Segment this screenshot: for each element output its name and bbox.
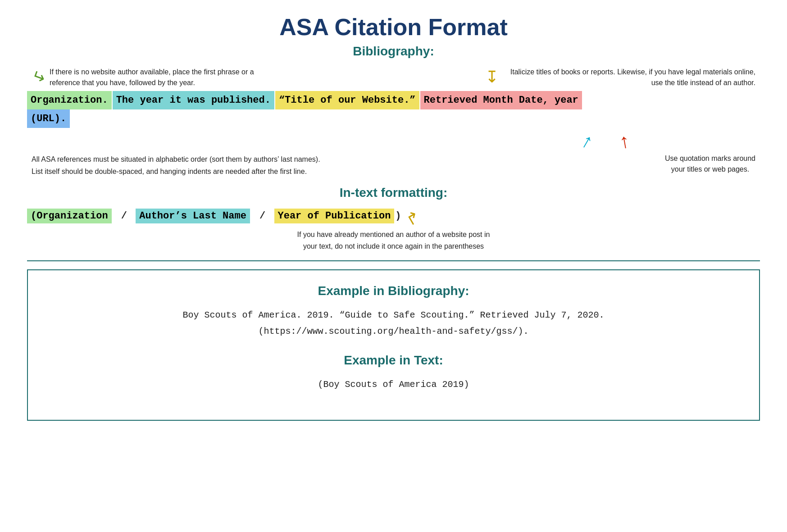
page-title: ASA Citation Format bbox=[27, 14, 760, 41]
arrow-cyan-icon: ↑ bbox=[578, 129, 597, 153]
intext-author: Author’s Last Name bbox=[136, 209, 250, 223]
cite-year: The year it was published. bbox=[113, 91, 274, 109]
slash-2: / bbox=[254, 210, 272, 222]
below-left-line2: List itself should be double-spaced, and… bbox=[32, 165, 320, 177]
below-right-text: Use quotation marks aroundyour titles or… bbox=[665, 153, 755, 177]
slash-1: / bbox=[115, 210, 133, 222]
annotation-right-text: Italicize titles of books or reports. Li… bbox=[503, 67, 755, 88]
bibliography-section: Bibliography: ↵ If there is no website a… bbox=[27, 44, 760, 177]
arrow-red-icon: ↑ bbox=[618, 129, 631, 153]
citation-line-2: (URL). bbox=[27, 109, 760, 128]
below-left-line1: All ASA references must be situated in a… bbox=[32, 153, 320, 165]
cite-title: “Title of our Website.” bbox=[275, 91, 419, 109]
annotation-left-text: If there is no website author available,… bbox=[50, 67, 266, 88]
intext-section: In-text formatting: (Organization / Auth… bbox=[27, 186, 760, 252]
section-divider bbox=[27, 260, 760, 261]
annotation-right: ↧ Italicize titles of books or reports. … bbox=[485, 67, 755, 89]
intext-org: (Organization bbox=[27, 209, 112, 223]
cite-retrieved: Retrieved Month Date, year bbox=[420, 91, 582, 109]
annotation-left: ↵ If there is no website author availabl… bbox=[32, 67, 266, 89]
intext-line: (Organization / Author’s Last Name / Yea… bbox=[27, 209, 401, 223]
cite-organization: Organization. bbox=[27, 91, 112, 109]
intext-year: Year of Publication bbox=[274, 209, 395, 223]
bibliography-title: Bibliography: bbox=[27, 44, 760, 59]
arrow-green-icon: ↵ bbox=[28, 63, 49, 91]
arrows-row: ↑ ↑ bbox=[27, 130, 629, 152]
intext-title: In-text formatting: bbox=[27, 186, 760, 200]
arrow-yellow-top-icon: ↧ bbox=[485, 65, 499, 89]
arrow-yellow-intext-icon: ↲ bbox=[402, 206, 423, 229]
cite-url: (URL). bbox=[27, 109, 70, 128]
example-text-title: Example in Text: bbox=[55, 353, 732, 368]
citation-line: Organization. The year it was published.… bbox=[27, 91, 760, 109]
example-text-content: (Boy Scouts of America 2019) bbox=[55, 377, 732, 393]
below-left-text: All ASA references must be situated in a… bbox=[32, 153, 320, 177]
annotation-row: ↵ If there is no website author availabl… bbox=[27, 67, 760, 89]
intext-full-line: (Organization / Author’s Last Name / Yea… bbox=[27, 208, 760, 227]
example-box: Example in Bibliography: Boy Scouts of A… bbox=[27, 269, 760, 421]
example-bib-text: Boy Scouts of America. 2019. “Guide to S… bbox=[55, 307, 732, 340]
below-annotation-row: All ASA references must be situated in a… bbox=[27, 153, 760, 177]
example-bib-title: Example in Bibliography: bbox=[55, 284, 732, 298]
citation-line-wrapper: Organization. The year it was published.… bbox=[27, 91, 760, 128]
intext-note: If you have already mentioned an author … bbox=[27, 229, 760, 252]
intext-close-paren: ) bbox=[395, 210, 401, 222]
